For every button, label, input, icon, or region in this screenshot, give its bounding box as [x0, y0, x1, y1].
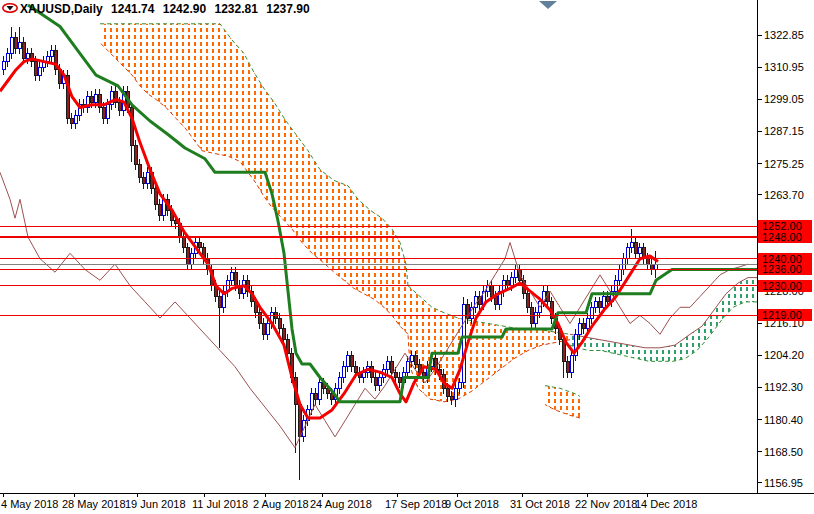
candle	[262, 318, 265, 340]
symbol-icon	[2, 3, 18, 13]
price-tick-label: 1156.95	[764, 477, 803, 489]
date-label: 24 Aug 2018	[310, 498, 372, 510]
price-level-flag: 1219.00	[758, 309, 812, 321]
candle	[78, 99, 81, 121]
candle	[618, 264, 621, 286]
date-label: 31 Oct 2018	[510, 498, 570, 510]
candle	[462, 297, 465, 389]
price-level-flag: 1230.00	[758, 280, 812, 292]
candle	[98, 89, 101, 113]
date-label: 28 May 2018	[62, 498, 126, 510]
candle	[130, 102, 133, 161]
price-tick-label: 1263.70	[764, 189, 804, 201]
candle	[590, 302, 593, 324]
candle	[594, 297, 597, 313]
candle	[38, 62, 41, 81]
candle	[338, 372, 341, 394]
ohlc-low: 1232.81	[215, 2, 258, 16]
date-label: 22 Nov 2018	[575, 498, 637, 510]
candle	[114, 86, 117, 108]
candle	[18, 27, 21, 54]
date-label: 4 May 2018	[1, 498, 58, 510]
arrow-down-marker[interactable]	[539, 1, 557, 9]
candle	[158, 199, 161, 221]
candle	[386, 356, 389, 375]
candle	[526, 288, 529, 312]
price-tick-label: 1168.50	[764, 446, 803, 458]
symbol-period-label: XAUUSD,Daily	[20, 2, 103, 16]
candle	[346, 351, 349, 373]
candle	[42, 56, 45, 72]
date-label: 17 Sep 2018	[385, 498, 447, 510]
candle	[574, 329, 577, 361]
candle	[146, 167, 149, 189]
candle	[626, 243, 629, 265]
candle	[142, 172, 145, 188]
candle	[10, 27, 13, 59]
candle	[46, 51, 49, 67]
candle	[582, 318, 585, 334]
candle	[238, 280, 241, 299]
candle	[6, 48, 9, 67]
candle	[74, 110, 77, 129]
price-tick-label: 1310.95	[764, 61, 804, 73]
date-label: 9 Oct 2018	[445, 498, 499, 510]
candle	[362, 367, 365, 383]
candle	[638, 243, 641, 259]
price-tick-label: 1275.25	[764, 158, 804, 170]
candle	[110, 86, 113, 110]
candle	[138, 159, 141, 183]
axis-frame	[0, 0, 814, 497]
candle	[222, 286, 225, 313]
candle	[50, 45, 53, 61]
ohlc-open: 1241.74	[111, 2, 154, 16]
candle	[514, 264, 517, 283]
chart-window: XAUUSD,Daily 1241.74 1242.90 1232.81 123…	[0, 0, 814, 514]
date-label: 14 Dec 2018	[635, 498, 697, 510]
candle	[598, 297, 601, 313]
candle	[642, 243, 645, 265]
candle	[2, 56, 5, 75]
candle	[86, 91, 89, 113]
candle	[634, 237, 637, 259]
chart-title: XAUUSD,Daily 1241.74 1242.90 1232.81 123…	[20, 2, 315, 16]
candle	[650, 259, 653, 275]
price-tick-label: 1299.05	[764, 93, 804, 105]
candle	[534, 307, 537, 329]
date-label: 2 Aug 2018	[253, 498, 309, 510]
candle	[186, 243, 189, 270]
candle	[14, 32, 17, 54]
price-tick-label: 1180.40	[764, 414, 803, 426]
candle	[498, 286, 501, 310]
candle	[318, 378, 321, 405]
candle	[218, 291, 221, 348]
candle	[374, 372, 377, 391]
price-level-flag: 1248.00	[758, 231, 812, 243]
candle	[378, 372, 381, 391]
candle	[370, 361, 373, 383]
price-tick-label: 1204.20	[764, 349, 804, 361]
ohlc-high: 1242.90	[163, 2, 206, 16]
candle	[70, 113, 73, 129]
candle	[570, 351, 573, 378]
candle	[314, 388, 317, 404]
date-label: 19 Jun 2018	[125, 498, 186, 510]
date-label: 11 Jul 2018	[192, 498, 248, 510]
price-level-flag: 1236.00	[758, 263, 812, 275]
price-tick-label: 1192.30	[764, 381, 803, 393]
ohlc-close: 1237.90	[266, 2, 309, 16]
candle	[630, 229, 633, 253]
candle	[342, 361, 345, 383]
candle	[350, 351, 353, 373]
price-tick-label: 1322.85	[764, 29, 804, 41]
candle	[398, 372, 401, 388]
candle	[54, 45, 57, 75]
candle	[566, 356, 569, 378]
candle	[134, 140, 137, 170]
ichimoku-cloud	[100, 24, 757, 418]
price-tick-label: 1287.15	[764, 125, 804, 137]
price-chart-canvas[interactable]	[0, 0, 814, 514]
